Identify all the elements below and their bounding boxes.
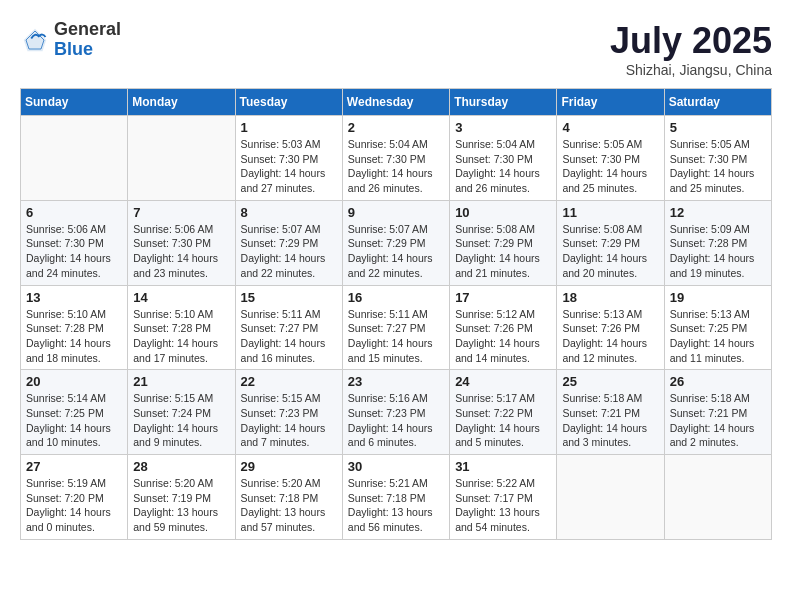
calendar-cell: 1Sunrise: 5:03 AM Sunset: 7:30 PM Daylig… xyxy=(235,116,342,201)
day-number: 2 xyxy=(348,120,444,135)
logo: General Blue xyxy=(20,20,121,60)
day-detail: Sunrise: 5:03 AM Sunset: 7:30 PM Dayligh… xyxy=(241,137,337,196)
day-detail: Sunrise: 5:05 AM Sunset: 7:30 PM Dayligh… xyxy=(670,137,766,196)
day-number: 12 xyxy=(670,205,766,220)
day-detail: Sunrise: 5:18 AM Sunset: 7:21 PM Dayligh… xyxy=(562,391,658,450)
day-number: 30 xyxy=(348,459,444,474)
calendar-cell xyxy=(664,455,771,540)
day-detail: Sunrise: 5:16 AM Sunset: 7:23 PM Dayligh… xyxy=(348,391,444,450)
day-number: 3 xyxy=(455,120,551,135)
logo-text: General Blue xyxy=(54,20,121,60)
calendar-cell: 18Sunrise: 5:13 AM Sunset: 7:26 PM Dayli… xyxy=(557,285,664,370)
day-header-saturday: Saturday xyxy=(664,89,771,116)
day-number: 27 xyxy=(26,459,122,474)
day-detail: Sunrise: 5:17 AM Sunset: 7:22 PM Dayligh… xyxy=(455,391,551,450)
day-number: 22 xyxy=(241,374,337,389)
calendar-cell: 20Sunrise: 5:14 AM Sunset: 7:25 PM Dayli… xyxy=(21,370,128,455)
calendar-cell: 31Sunrise: 5:22 AM Sunset: 7:17 PM Dayli… xyxy=(450,455,557,540)
day-detail: Sunrise: 5:08 AM Sunset: 7:29 PM Dayligh… xyxy=(455,222,551,281)
day-number: 29 xyxy=(241,459,337,474)
logo-icon xyxy=(20,25,50,55)
day-number: 25 xyxy=(562,374,658,389)
day-detail: Sunrise: 5:07 AM Sunset: 7:29 PM Dayligh… xyxy=(348,222,444,281)
day-detail: Sunrise: 5:12 AM Sunset: 7:26 PM Dayligh… xyxy=(455,307,551,366)
calendar-cell: 21Sunrise: 5:15 AM Sunset: 7:24 PM Dayli… xyxy=(128,370,235,455)
day-number: 6 xyxy=(26,205,122,220)
calendar-cell: 2Sunrise: 5:04 AM Sunset: 7:30 PM Daylig… xyxy=(342,116,449,201)
calendar-week-row: 27Sunrise: 5:19 AM Sunset: 7:20 PM Dayli… xyxy=(21,455,772,540)
day-detail: Sunrise: 5:06 AM Sunset: 7:30 PM Dayligh… xyxy=(133,222,229,281)
calendar-cell: 3Sunrise: 5:04 AM Sunset: 7:30 PM Daylig… xyxy=(450,116,557,201)
day-number: 7 xyxy=(133,205,229,220)
calendar-cell: 16Sunrise: 5:11 AM Sunset: 7:27 PM Dayli… xyxy=(342,285,449,370)
day-detail: Sunrise: 5:20 AM Sunset: 7:18 PM Dayligh… xyxy=(241,476,337,535)
day-detail: Sunrise: 5:15 AM Sunset: 7:24 PM Dayligh… xyxy=(133,391,229,450)
day-detail: Sunrise: 5:10 AM Sunset: 7:28 PM Dayligh… xyxy=(133,307,229,366)
day-detail: Sunrise: 5:13 AM Sunset: 7:26 PM Dayligh… xyxy=(562,307,658,366)
calendar-cell: 25Sunrise: 5:18 AM Sunset: 7:21 PM Dayli… xyxy=(557,370,664,455)
day-number: 10 xyxy=(455,205,551,220)
calendar-cell: 4Sunrise: 5:05 AM Sunset: 7:30 PM Daylig… xyxy=(557,116,664,201)
calendar-week-row: 13Sunrise: 5:10 AM Sunset: 7:28 PM Dayli… xyxy=(21,285,772,370)
day-detail: Sunrise: 5:14 AM Sunset: 7:25 PM Dayligh… xyxy=(26,391,122,450)
day-detail: Sunrise: 5:21 AM Sunset: 7:18 PM Dayligh… xyxy=(348,476,444,535)
calendar-cell: 11Sunrise: 5:08 AM Sunset: 7:29 PM Dayli… xyxy=(557,200,664,285)
calendar-cell: 17Sunrise: 5:12 AM Sunset: 7:26 PM Dayli… xyxy=(450,285,557,370)
calendar-cell: 26Sunrise: 5:18 AM Sunset: 7:21 PM Dayli… xyxy=(664,370,771,455)
calendar-cell: 23Sunrise: 5:16 AM Sunset: 7:23 PM Dayli… xyxy=(342,370,449,455)
day-detail: Sunrise: 5:11 AM Sunset: 7:27 PM Dayligh… xyxy=(348,307,444,366)
day-detail: Sunrise: 5:06 AM Sunset: 7:30 PM Dayligh… xyxy=(26,222,122,281)
calendar-cell: 14Sunrise: 5:10 AM Sunset: 7:28 PM Dayli… xyxy=(128,285,235,370)
day-detail: Sunrise: 5:18 AM Sunset: 7:21 PM Dayligh… xyxy=(670,391,766,450)
day-detail: Sunrise: 5:19 AM Sunset: 7:20 PM Dayligh… xyxy=(26,476,122,535)
day-number: 31 xyxy=(455,459,551,474)
calendar-cell: 22Sunrise: 5:15 AM Sunset: 7:23 PM Dayli… xyxy=(235,370,342,455)
calendar-cell: 13Sunrise: 5:10 AM Sunset: 7:28 PM Dayli… xyxy=(21,285,128,370)
day-number: 18 xyxy=(562,290,658,305)
day-detail: Sunrise: 5:04 AM Sunset: 7:30 PM Dayligh… xyxy=(348,137,444,196)
day-number: 21 xyxy=(133,374,229,389)
month-title: July 2025 xyxy=(610,20,772,62)
day-number: 26 xyxy=(670,374,766,389)
calendar-cell: 6Sunrise: 5:06 AM Sunset: 7:30 PM Daylig… xyxy=(21,200,128,285)
calendar-cell xyxy=(21,116,128,201)
calendar-cell: 27Sunrise: 5:19 AM Sunset: 7:20 PM Dayli… xyxy=(21,455,128,540)
day-number: 28 xyxy=(133,459,229,474)
day-header-friday: Friday xyxy=(557,89,664,116)
calendar-cell: 29Sunrise: 5:20 AM Sunset: 7:18 PM Dayli… xyxy=(235,455,342,540)
day-number: 14 xyxy=(133,290,229,305)
day-detail: Sunrise: 5:07 AM Sunset: 7:29 PM Dayligh… xyxy=(241,222,337,281)
calendar-week-row: 6Sunrise: 5:06 AM Sunset: 7:30 PM Daylig… xyxy=(21,200,772,285)
day-number: 19 xyxy=(670,290,766,305)
day-detail: Sunrise: 5:04 AM Sunset: 7:30 PM Dayligh… xyxy=(455,137,551,196)
location: Shizhai, Jiangsu, China xyxy=(610,62,772,78)
day-number: 13 xyxy=(26,290,122,305)
title-block: July 2025 Shizhai, Jiangsu, China xyxy=(610,20,772,78)
day-detail: Sunrise: 5:11 AM Sunset: 7:27 PM Dayligh… xyxy=(241,307,337,366)
calendar-week-row: 1Sunrise: 5:03 AM Sunset: 7:30 PM Daylig… xyxy=(21,116,772,201)
day-number: 4 xyxy=(562,120,658,135)
calendar-cell: 12Sunrise: 5:09 AM Sunset: 7:28 PM Dayli… xyxy=(664,200,771,285)
day-number: 20 xyxy=(26,374,122,389)
day-detail: Sunrise: 5:10 AM Sunset: 7:28 PM Dayligh… xyxy=(26,307,122,366)
calendar-cell: 10Sunrise: 5:08 AM Sunset: 7:29 PM Dayli… xyxy=(450,200,557,285)
calendar-header-row: SundayMondayTuesdayWednesdayThursdayFrid… xyxy=(21,89,772,116)
logo-general: General xyxy=(54,20,121,40)
calendar-cell: 9Sunrise: 5:07 AM Sunset: 7:29 PM Daylig… xyxy=(342,200,449,285)
day-number: 23 xyxy=(348,374,444,389)
day-detail: Sunrise: 5:22 AM Sunset: 7:17 PM Dayligh… xyxy=(455,476,551,535)
day-number: 24 xyxy=(455,374,551,389)
day-header-tuesday: Tuesday xyxy=(235,89,342,116)
day-number: 1 xyxy=(241,120,337,135)
day-number: 15 xyxy=(241,290,337,305)
day-detail: Sunrise: 5:08 AM Sunset: 7:29 PM Dayligh… xyxy=(562,222,658,281)
day-detail: Sunrise: 5:09 AM Sunset: 7:28 PM Dayligh… xyxy=(670,222,766,281)
day-detail: Sunrise: 5:15 AM Sunset: 7:23 PM Dayligh… xyxy=(241,391,337,450)
calendar-week-row: 20Sunrise: 5:14 AM Sunset: 7:25 PM Dayli… xyxy=(21,370,772,455)
calendar-cell: 28Sunrise: 5:20 AM Sunset: 7:19 PM Dayli… xyxy=(128,455,235,540)
calendar-cell: 24Sunrise: 5:17 AM Sunset: 7:22 PM Dayli… xyxy=(450,370,557,455)
page-header: General Blue July 2025 Shizhai, Jiangsu,… xyxy=(20,20,772,78)
calendar-cell xyxy=(557,455,664,540)
svg-marker-0 xyxy=(24,29,47,52)
day-number: 5 xyxy=(670,120,766,135)
